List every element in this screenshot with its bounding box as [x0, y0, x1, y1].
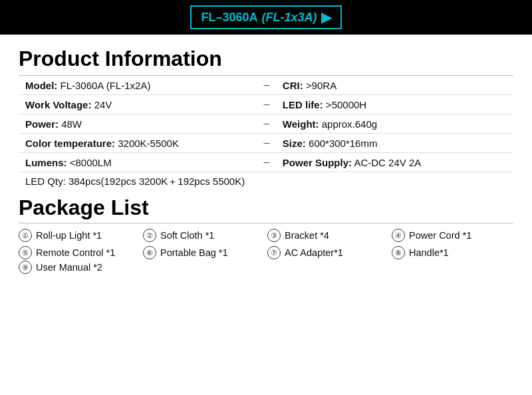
- item-number: ⑦: [267, 246, 281, 259]
- list-item: ⑦ AC Adapter*1: [267, 246, 389, 259]
- item-number: ⑨: [19, 261, 32, 274]
- lumens-label: Lumens: <8000LM: [25, 157, 112, 168]
- table-row: Color temperature: 3200K-5500K – Size: 6…: [19, 134, 513, 153]
- package-divider: [19, 223, 513, 223]
- list-item: ⑧ Handle*1: [392, 246, 513, 259]
- table-cell: Power Supply: AC-DC 24V 2A: [276, 153, 513, 172]
- list-item: ⑤ Remote Control *1: [19, 246, 140, 259]
- package-list-title: Package List: [19, 196, 513, 220]
- table-row-full: LED Qty: 384pcs(192pcs 3200K＋192pcs 5500…: [19, 172, 513, 192]
- power-supply-label: Power Supply: AC-DC 24V 2A: [283, 157, 421, 168]
- table-row: Lumens: <8000LM – Power Supply: AC-DC 24…: [19, 153, 513, 172]
- package-list-section: Package List ① Roll-up Light *1 ② Soft C…: [19, 196, 513, 274]
- list-item: ① Roll-up Light *1: [19, 229, 140, 242]
- color-temp-label: Color temperature: 3200K-5500K: [25, 138, 179, 149]
- table-cell: Lumens: <8000LM: [19, 153, 256, 172]
- arrow-icon: ▶: [321, 9, 331, 25]
- power-label: Power: 48W: [25, 118, 82, 130]
- item-number: ⑥: [143, 246, 156, 259]
- led-life-label: LED life: >50000H: [283, 99, 366, 110]
- list-item: ⑨ User Manual *2: [19, 261, 102, 274]
- product-info-section: Product Information Model: FL-3060A (FL-…: [19, 47, 513, 192]
- product-info-table: Model: FL-3060A (FL-1x2A) – CRI: >90RA W…: [19, 76, 513, 192]
- table-cell: CRI: >90RA: [276, 76, 513, 95]
- package-last-row: ⑨ User Manual *2: [19, 261, 513, 274]
- model-main-text: FL–3060A: [201, 11, 257, 25]
- table-cell: Weight: approx.640g: [276, 114, 513, 134]
- item-number: ⑤: [19, 246, 32, 259]
- model-badge: FL–3060A (FL-1x3A) ▶: [190, 5, 341, 29]
- table-row: Model: FL-3060A (FL-1x2A) – CRI: >90RA: [19, 76, 513, 95]
- model-alt-text: (FL-1x3A): [262, 11, 317, 25]
- top-bar: FL–3060A (FL-1x3A) ▶: [0, 0, 532, 35]
- voltage-label: Work Voltage: 24V: [25, 99, 112, 110]
- table-cell: Model: FL-3060A (FL-1x2A): [19, 76, 256, 95]
- table-row: Power: 48W – Weight: approx.640g: [19, 114, 513, 134]
- model-label: Model: FL-3060A (FL-1x2A): [25, 80, 150, 91]
- item-label: AC Adapter*1: [285, 247, 343, 258]
- item-label: User Manual *2: [36, 262, 102, 273]
- table-cell: Size: 600*300*16mm: [276, 134, 513, 153]
- item-label: Portable Bag *1: [160, 247, 228, 258]
- table-dash: –: [256, 114, 276, 134]
- table-cell: Work Voltage: 24V: [19, 95, 256, 114]
- item-label: Handle*1: [409, 247, 449, 258]
- list-item: ⑥ Portable Bag *1: [143, 246, 265, 259]
- list-item: ④ Power Cord *1: [392, 229, 513, 242]
- package-grid: ① Roll-up Light *1 ② Soft Cloth *1 ③ Bra…: [19, 229, 513, 259]
- table-row: Work Voltage: 24V – LED life: >50000H: [19, 95, 513, 114]
- list-item: ② Soft Cloth *1: [143, 229, 265, 242]
- size-label: Size: 600*300*16mm: [283, 138, 378, 149]
- item-number: ⑧: [392, 246, 405, 259]
- table-cell: Power: 48W: [19, 114, 256, 134]
- item-label: Soft Cloth *1: [160, 230, 214, 241]
- item-label: Power Cord *1: [409, 230, 471, 241]
- item-number: ①: [19, 229, 32, 242]
- cri-label: CRI: >90RA: [283, 80, 336, 91]
- item-label: Remote Control *1: [36, 247, 115, 258]
- table-cell: Color temperature: 3200K-5500K: [19, 134, 256, 153]
- product-info-title: Product Information: [19, 47, 513, 71]
- item-label: Bracket *4: [285, 230, 329, 241]
- item-number: ④: [392, 229, 405, 242]
- main-content: Product Information Model: FL-3060A (FL-…: [0, 35, 532, 281]
- item-number: ③: [267, 229, 281, 242]
- table-dash: –: [256, 76, 276, 95]
- weight-label: Weight: approx.640g: [283, 118, 377, 130]
- item-number: ②: [143, 229, 156, 242]
- table-cell: LED life: >50000H: [276, 95, 513, 114]
- list-item: ③ Bracket *4: [267, 229, 389, 242]
- table-dash: –: [256, 134, 276, 153]
- table-dash: –: [256, 153, 276, 172]
- table-cell-full: LED Qty: 384pcs(192pcs 3200K＋192pcs 5500…: [19, 172, 513, 192]
- table-dash: –: [256, 95, 276, 114]
- item-label: Roll-up Light *1: [36, 230, 102, 241]
